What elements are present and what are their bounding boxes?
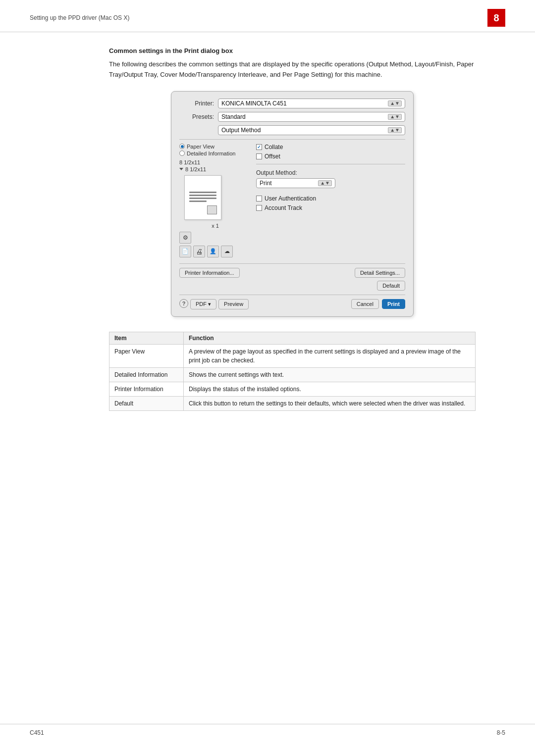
header-title: Setting up the PPD driver (Mac OS X) bbox=[30, 14, 129, 21]
help-icon[interactable]: ? bbox=[179, 299, 188, 308]
printer-row: Printer: KONICA MINOLTA C451 ▲▼ bbox=[179, 99, 405, 108]
output-method-section: Output Method: Print ▲▼ bbox=[256, 169, 405, 188]
output-method-label: Output Method: bbox=[256, 169, 405, 176]
printer-info-button[interactable]: Printer Information... bbox=[179, 268, 240, 278]
bottom-right-buttons: Cancel Print bbox=[351, 299, 405, 309]
paper-line-2 bbox=[189, 195, 216, 196]
auth-section: User Authentication Account Track bbox=[256, 195, 405, 211]
x1-label: x 1 bbox=[179, 223, 251, 229]
table-row: Paper View A preview of the page layout … bbox=[109, 344, 476, 367]
file-icon: 📄 bbox=[182, 248, 189, 254]
printer-select[interactable]: KONICA MINOLTA C451 ▲▼ bbox=[218, 99, 405, 108]
printer-icon: 🖨 bbox=[196, 248, 203, 255]
output-method-dropdown[interactable]: Output Method ▲▼ bbox=[218, 125, 405, 135]
default-btn-row: Default bbox=[179, 281, 405, 291]
preview-button[interactable]: Preview bbox=[218, 299, 249, 309]
person-icon-box: 👤 bbox=[207, 246, 219, 257]
offset-checkbox[interactable] bbox=[256, 153, 262, 159]
account-track-row[interactable]: Account Track bbox=[256, 204, 405, 211]
table-row: Detailed Information Shows the current s… bbox=[109, 367, 476, 382]
table-col-function: Function bbox=[184, 332, 476, 344]
size-1-text: 8 1/2x11 bbox=[179, 159, 200, 165]
person-icon: 👤 bbox=[210, 248, 216, 254]
table-row: Printer Information Displays the status … bbox=[109, 382, 476, 396]
size-2-text: 8 1/2x11 bbox=[185, 166, 206, 172]
detail-settings-button[interactable]: Detail Settings... bbox=[355, 268, 405, 278]
presets-row: Presets: Standard ▲▼ bbox=[179, 112, 405, 122]
output-select-row: Print ▲▼ bbox=[256, 178, 405, 188]
size-label-1: 8 1/2x11 bbox=[179, 159, 251, 165]
presets-label: Presets: bbox=[179, 113, 214, 120]
info-table: Item Function Paper View A preview of th… bbox=[109, 332, 476, 411]
table-cell-function: A preview of the page layout as specifie… bbox=[184, 344, 476, 367]
dialog-body: Paper View Detailed Information 8 1/2x11… bbox=[179, 144, 405, 259]
page-number: 8 bbox=[487, 9, 505, 27]
separator-2 bbox=[256, 164, 405, 164]
size-label-2: 8 1/2x11 bbox=[179, 166, 251, 172]
settings-icon-box[interactable]: ⚙ bbox=[179, 232, 191, 244]
radio-paper-view[interactable]: Paper View bbox=[179, 144, 251, 150]
table-cell-function: Shows the current settings with text. bbox=[184, 367, 476, 382]
print-button[interactable]: Print bbox=[382, 299, 405, 309]
table-row: Default Click this button to return the … bbox=[109, 396, 476, 410]
table-cell-item: Printer Information bbox=[109, 382, 184, 396]
paper-lines bbox=[189, 192, 216, 203]
pdf-button[interactable]: PDF ▾ bbox=[190, 299, 216, 309]
user-auth-label: User Authentication bbox=[265, 195, 316, 202]
radio-paper-view-label: Paper View bbox=[187, 144, 214, 150]
printer-stepper-icon: ▲▼ bbox=[388, 101, 402, 106]
dialog-footer-row: Printer Information... Detail Settings..… bbox=[179, 268, 405, 278]
default-button[interactable]: Default bbox=[377, 281, 405, 291]
cloud-icon-box: ☁ bbox=[221, 246, 233, 257]
page-header: Setting up the PPD driver (Mac OS X) 8 bbox=[0, 0, 535, 32]
presets-select[interactable]: Standard ▲▼ bbox=[218, 112, 405, 122]
collate-checkbox[interactable] bbox=[256, 144, 262, 150]
radio-group: Paper View Detailed Information bbox=[179, 144, 251, 156]
radio-detailed[interactable]: Detailed Information bbox=[179, 151, 251, 156]
dialog-right-panel: Collate Offset Output Method: Print bbox=[251, 144, 405, 259]
separator-4 bbox=[179, 295, 405, 295]
radio-detailed-circle bbox=[179, 151, 185, 156]
account-track-checkbox[interactable] bbox=[256, 205, 262, 211]
pdf-row: ? PDF ▾ Preview bbox=[179, 299, 249, 309]
footer-left: C451 bbox=[30, 729, 44, 736]
print-dialog: Printer: KONICA MINOLTA C451 ▲▼ Presets:… bbox=[171, 91, 414, 317]
separator-1 bbox=[179, 139, 405, 140]
collate-row[interactable]: Collate bbox=[256, 144, 405, 151]
section-title: Common settings in the Print dialog box bbox=[109, 47, 476, 54]
table-col-item: Item bbox=[109, 332, 184, 344]
offset-row[interactable]: Offset bbox=[256, 153, 405, 160]
presets-value: Standard bbox=[221, 113, 246, 120]
intro-text: The following describes the common setti… bbox=[109, 59, 476, 80]
main-content: Common settings in the Print dialog box … bbox=[0, 32, 535, 426]
table-cell-item: Default bbox=[109, 396, 184, 410]
output-method-dropdown-row: Output Method ▲▼ bbox=[179, 125, 405, 135]
table-cell-function: Click this button to return the settings… bbox=[184, 396, 476, 410]
presets-stepper-icon: ▲▼ bbox=[388, 114, 402, 120]
user-auth-checkbox[interactable] bbox=[256, 196, 262, 202]
user-auth-row[interactable]: User Authentication bbox=[256, 195, 405, 202]
paper-box bbox=[207, 205, 217, 214]
separator-3 bbox=[179, 263, 405, 264]
radio-paper-view-circle bbox=[179, 144, 185, 149]
printer-icon-box: 🖨 bbox=[193, 246, 205, 257]
paper-preview bbox=[184, 175, 221, 220]
cloud-icon: ☁ bbox=[224, 248, 230, 254]
printer-value: KONICA MINOLTA C451 bbox=[221, 100, 287, 107]
footer-right: 8-5 bbox=[497, 729, 505, 736]
table-cell-item: Paper View bbox=[109, 344, 184, 367]
paper-line-4 bbox=[189, 201, 207, 202]
output-select[interactable]: Print ▲▼ bbox=[256, 178, 335, 188]
icon-row-2: 📄 🖨 👤 ☁ bbox=[179, 246, 251, 257]
output-select-value: Print bbox=[260, 180, 272, 187]
output-method-stepper-icon: ▲▼ bbox=[388, 127, 402, 133]
dialog-left-panel: Paper View Detailed Information 8 1/2x11… bbox=[179, 144, 251, 259]
cancel-button[interactable]: Cancel bbox=[351, 299, 379, 309]
table-cell-item: Detailed Information bbox=[109, 367, 184, 382]
table-cell-function: Displays the status of the installed opt… bbox=[184, 382, 476, 396]
output-method-dropdown-value: Output Method bbox=[221, 127, 261, 134]
file-icon-box: 📄 bbox=[179, 246, 191, 257]
page-footer: C451 8-5 bbox=[0, 724, 535, 736]
account-track-label: Account Track bbox=[265, 204, 302, 211]
paper-line-1 bbox=[189, 192, 216, 193]
